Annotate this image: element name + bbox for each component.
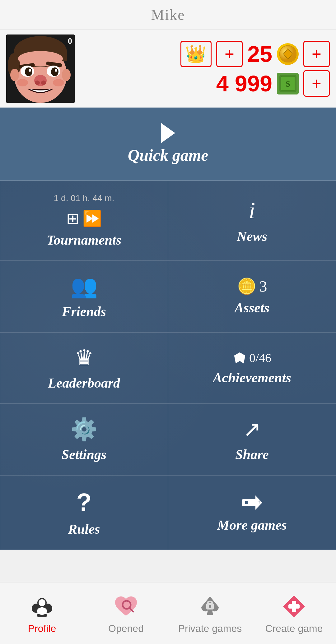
svg-rect-46 xyxy=(288,604,300,609)
svg-point-21 xyxy=(62,69,71,81)
news-label: News xyxy=(237,228,267,244)
svg-point-19 xyxy=(53,79,64,86)
friends-button[interactable]: 👥 Friends xyxy=(0,261,168,332)
tournaments-timer: 1 d. 01 h. 44 m. xyxy=(54,193,114,203)
quick-game-button[interactable]: Quick game xyxy=(0,108,336,181)
tournament-grid-icon: ⊞ xyxy=(66,209,79,228)
nav-create-game[interactable]: Create game xyxy=(252,582,336,644)
leaderboard-label: Leaderboard xyxy=(48,375,120,391)
svg-point-13 xyxy=(29,69,31,72)
coin-icon xyxy=(277,43,299,65)
svg-point-14 xyxy=(55,69,57,72)
nav-opened-svg xyxy=(114,594,138,619)
coin-count: 25 xyxy=(247,41,272,67)
tournaments-label: Tournaments xyxy=(47,232,121,248)
settings-button[interactable]: ⚙️ Settings xyxy=(0,404,168,475)
svg-point-17 xyxy=(41,80,46,85)
nav-private-label: Private games xyxy=(178,623,242,634)
achievements-label: Achievements xyxy=(213,370,291,386)
money-icon: $ xyxy=(277,73,299,94)
nav-create-label: Create game xyxy=(265,623,323,634)
coin-svg xyxy=(279,45,296,62)
nav-opened-label: Opened xyxy=(108,623,144,634)
nav-profile-label: Profile xyxy=(28,623,56,634)
add-money-button[interactable]: + xyxy=(303,70,330,97)
nav-opened[interactable]: Opened xyxy=(84,582,168,644)
add-coins-button[interactable]: + xyxy=(303,41,330,67)
nav-opened-icon xyxy=(112,592,140,620)
nav-profile-icon xyxy=(28,592,56,620)
nav-profile[interactable]: Profile xyxy=(0,582,84,644)
svg-point-38 xyxy=(37,607,47,615)
achievements-button[interactable]: 0/46 Achievements xyxy=(168,332,336,404)
crown-button[interactable]: 👑 xyxy=(180,41,212,67)
share-button[interactable]: ↗ Share xyxy=(168,404,336,475)
assets-count-display: 🪙 3 xyxy=(237,277,267,295)
share-label: Share xyxy=(235,447,269,462)
more-games-icon: + xyxy=(240,492,264,513)
crown-icon: 👑 xyxy=(185,44,207,64)
leaderboard-icon: ♛ xyxy=(74,345,94,370)
svg-rect-43 xyxy=(209,606,211,608)
tournament-arrow-icon: ⏩ xyxy=(82,209,102,228)
friends-label: Friends xyxy=(62,304,106,320)
nav-private-games[interactable]: Private games xyxy=(168,582,252,644)
svg-point-37 xyxy=(39,599,45,606)
assets-count-value: 3 xyxy=(259,277,267,295)
crown-row: 👑 + 25 + xyxy=(81,41,330,67)
menu-grid: 1 d. 01 h. 44 m. ⊞ ⏩ Tournaments i News … xyxy=(0,181,336,550)
avatar-image xyxy=(6,34,75,103)
achievements-count-value: 0/46 xyxy=(249,351,271,365)
nav-private-icon xyxy=(196,592,224,620)
rules-button[interactable]: ? Rules xyxy=(0,475,168,550)
tournaments-button[interactable]: 1 d. 01 h. 44 m. ⊞ ⏩ Tournaments xyxy=(0,181,168,261)
more-games-label: More games xyxy=(217,517,287,533)
svg-rect-30 xyxy=(245,501,248,504)
assets-label: Assets xyxy=(235,300,269,316)
friends-icon: 👥 xyxy=(71,274,98,299)
avatar[interactable]: 0 xyxy=(6,34,75,103)
svg-point-18 xyxy=(17,79,28,86)
username: Mike xyxy=(0,6,336,23)
add-crown-button[interactable]: + xyxy=(216,41,243,67)
nav-private-svg xyxy=(198,594,222,619)
main-menu: Quick game 1 d. 01 h. 44 m. ⊞ ⏩ Tourname… xyxy=(0,108,336,550)
svg-text:$: $ xyxy=(286,79,290,89)
play-icon xyxy=(161,123,175,143)
bottom-nav: Profile Opened P xyxy=(0,582,336,644)
svg-marker-27 xyxy=(234,352,245,363)
news-icon: i xyxy=(249,197,255,224)
svg-rect-28 xyxy=(242,499,256,506)
money-svg: $ xyxy=(279,75,296,92)
tournaments-icons: ⊞ ⏩ xyxy=(66,209,102,228)
achievements-icon xyxy=(233,351,247,365)
svg-text:+: + xyxy=(257,499,261,505)
achievements-count-display: 0/46 xyxy=(233,351,271,365)
more-games-button[interactable]: + More games xyxy=(168,475,336,550)
avatar-badge: 0 xyxy=(68,36,72,46)
rules-icon: ? xyxy=(77,488,92,517)
svg-point-16 xyxy=(35,80,40,85)
quick-game-label: Quick game xyxy=(128,146,208,164)
settings-icon: ⚙️ xyxy=(71,416,98,442)
leaderboard-button[interactable]: ♛ Leaderboard xyxy=(0,332,168,404)
header: Mike xyxy=(0,0,336,30)
news-button[interactable]: i News xyxy=(168,181,336,261)
svg-point-20 xyxy=(10,69,19,81)
assets-button[interactable]: 🪙 3 Assets xyxy=(168,261,336,332)
profile-section: 0 xyxy=(0,30,336,108)
svg-point-11 xyxy=(25,67,32,76)
rules-label: Rules xyxy=(68,521,100,537)
nav-create-svg xyxy=(282,594,306,619)
settings-label: Settings xyxy=(62,447,106,462)
assets-coin-icon: 🪙 xyxy=(237,277,256,295)
svg-point-12 xyxy=(51,67,58,76)
nav-create-icon xyxy=(280,592,308,620)
money-count: 4 999 xyxy=(216,71,272,96)
money-row: 4 999 $ + xyxy=(81,70,330,97)
stats-area: 👑 + 25 + xyxy=(81,41,330,97)
nav-profile-svg xyxy=(30,594,54,619)
share-icon: ↗ xyxy=(243,416,261,442)
